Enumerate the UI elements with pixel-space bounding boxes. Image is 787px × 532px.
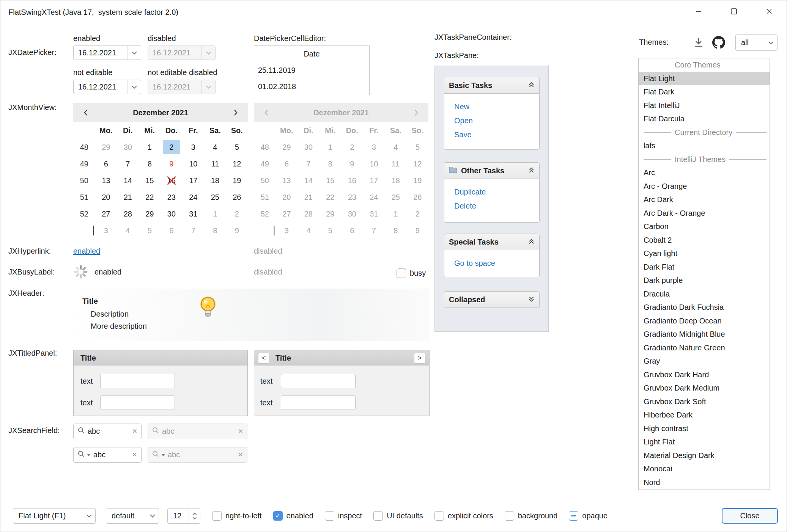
task-link[interactable]: Go to space	[454, 256, 535, 270]
theme-list-item[interactable]: Gruvbox Dark Medium	[639, 381, 770, 395]
table-row[interactable]: 01.02.2018	[254, 78, 369, 95]
hyperlink-enabled[interactable]: enabled	[73, 247, 100, 256]
table-row[interactable]: 25.11.2019	[254, 62, 369, 78]
task-link[interactable]: Delete	[454, 199, 535, 213]
calendar-day[interactable]: 30	[161, 206, 183, 222]
chevron-double-up-icon[interactable]	[528, 166, 535, 175]
calendar-day[interactable]: 3	[95, 222, 117, 239]
checkbox[interactable]: UI defaults	[373, 511, 423, 521]
calendar-day[interactable]: 9	[161, 155, 183, 172]
previous-month-button[interactable]	[79, 106, 92, 119]
calendar-day[interactable]: 7	[183, 222, 205, 239]
calendar-day[interactable]: 30	[117, 139, 139, 155]
theme-list-item[interactable]: lafs	[639, 139, 770, 153]
minimize-button[interactable]	[681, 0, 716, 24]
busy-checkbox[interactable]: busy	[397, 268, 426, 278]
theme-list-item[interactable]: Arc Dark - Orange	[639, 207, 770, 220]
search-input[interactable]	[93, 450, 129, 459]
checkbox-box[interactable]	[325, 511, 334, 521]
theme-list-item[interactable]: Carbon	[639, 220, 770, 234]
chevron-double-up-icon[interactable]	[528, 81, 535, 90]
theme-list-item[interactable]: Cyan light	[639, 247, 770, 261]
theme-list-item[interactable]: Gradianto Deep Ocean	[639, 314, 770, 328]
table-column-header[interactable]: Date	[254, 46, 369, 62]
datepicker-dropdown-button[interactable]	[127, 80, 141, 94]
theme-list-item[interactable]: Monocai	[639, 462, 770, 476]
calendar-day[interactable]: 6	[161, 222, 183, 239]
theme-list-item[interactable]: Nord	[639, 476, 770, 490]
checkbox-box[interactable]	[434, 511, 444, 521]
clear-icon[interactable]: ✕	[132, 451, 137, 459]
calendar-day[interactable]: 14	[117, 172, 139, 189]
search-input[interactable]	[88, 427, 129, 436]
theme-list-item[interactable]: Flat Darcula	[639, 112, 770, 126]
text-input[interactable]	[100, 395, 175, 410]
calendar-day[interactable]: 7	[117, 155, 139, 172]
theme-list-item[interactable]: Flat IntelliJ	[639, 99, 770, 113]
theme-list-item[interactable]: Arc	[639, 166, 770, 180]
text-input[interactable]	[100, 374, 175, 388]
datepicker-enabled[interactable]: 16.12.2021	[73, 46, 141, 60]
taskpane-header[interactable]: Basic Tasks	[444, 77, 540, 94]
calendar-day[interactable]: 1	[204, 206, 226, 222]
theme-list-item[interactable]: Gradianto Nature Green	[639, 341, 770, 355]
calendar-day[interactable]: 12	[226, 155, 248, 172]
datepicker-dropdown-button[interactable]	[127, 46, 141, 60]
calendar-day[interactable]: 8	[204, 222, 226, 239]
laf-combobox[interactable]: Flat Light (F1)	[13, 508, 96, 524]
titled-panel-right-button[interactable]: >	[414, 353, 425, 364]
theme-list-item[interactable]: Material Design Dark	[639, 449, 770, 463]
theme-list-item[interactable]: Flat Light	[639, 72, 770, 86]
calendar-day[interactable]: 11	[204, 155, 226, 172]
task-link[interactable]: Save	[454, 128, 535, 142]
calendar-day[interactable]: 20	[95, 189, 117, 206]
calendar-day[interactable]: 19	[226, 172, 248, 189]
calendar-day[interactable]: 3	[183, 139, 205, 155]
calendar-day[interactable]: 23	[161, 189, 183, 206]
text-input[interactable]	[281, 395, 356, 410]
calendar-day[interactable]: 28	[117, 206, 139, 222]
checkbox-box[interactable]	[373, 511, 383, 521]
calendar-day[interactable]: 22	[139, 189, 161, 206]
calendar-day[interactable]: 1	[139, 139, 161, 155]
calendar-day[interactable]: 5	[139, 222, 161, 239]
calendar-day[interactable]: 27	[95, 206, 117, 222]
clear-icon[interactable]: ✕	[132, 427, 137, 435]
task-link[interactable]: Open	[454, 114, 535, 128]
calendar-day[interactable]: 26	[226, 189, 248, 206]
calendar-day[interactable]: 9	[226, 222, 248, 239]
calendar-day[interactable]: 4	[204, 139, 226, 155]
calendar-day[interactable]: 10	[183, 155, 205, 172]
theme-list-item[interactable]: Gruvbox Dark Hard	[639, 368, 770, 382]
taskpane-header[interactable]: Other Tasks	[444, 162, 540, 179]
checkbox-box[interactable]	[212, 511, 222, 521]
chevron-double-up-icon[interactable]	[528, 238, 535, 246]
search-field-3[interactable]: ✕	[73, 447, 142, 463]
calendar-day[interactable]: 21	[117, 189, 139, 206]
github-icon[interactable]	[712, 36, 725, 51]
checkbox[interactable]: background	[505, 511, 558, 521]
search-menu-icon[interactable]	[77, 450, 85, 460]
checkbox[interactable]: right-to-left	[212, 511, 262, 521]
taskpane-header[interactable]: Special Tasks	[444, 234, 540, 250]
taskpane-header[interactable]: Collapsed	[444, 291, 540, 308]
theme-list-item[interactable]: Gray	[639, 355, 770, 368]
calendar-day[interactable]: 31	[183, 206, 205, 222]
theme-list-item[interactable]: Dark Flat	[639, 261, 770, 274]
calendar-day[interactable]: 29	[95, 139, 117, 155]
task-link[interactable]: New	[454, 100, 535, 114]
close-window-button[interactable]	[751, 0, 787, 24]
theme-list-item[interactable]: Flat Dark	[639, 85, 770, 99]
checkbox-box[interactable]	[397, 268, 406, 278]
calendar-day[interactable]: 29	[139, 206, 161, 222]
titled-panel-left-button[interactable]: <	[258, 353, 269, 364]
maximize-button[interactable]	[716, 0, 751, 24]
calendar-day[interactable]: 2	[226, 206, 248, 222]
calendar-day[interactable]: 8	[139, 155, 161, 172]
task-link[interactable]: Duplicate	[454, 185, 535, 199]
calendar-day[interactable]: 15	[139, 172, 161, 189]
theme-list-item[interactable]: Cobalt 2	[639, 234, 770, 247]
checkbox-box[interactable]	[569, 511, 578, 521]
theme-list[interactable]: Core Themes Flat Light Flat Dark Flat In…	[638, 58, 770, 490]
calendar-day[interactable]: 6	[95, 155, 117, 172]
